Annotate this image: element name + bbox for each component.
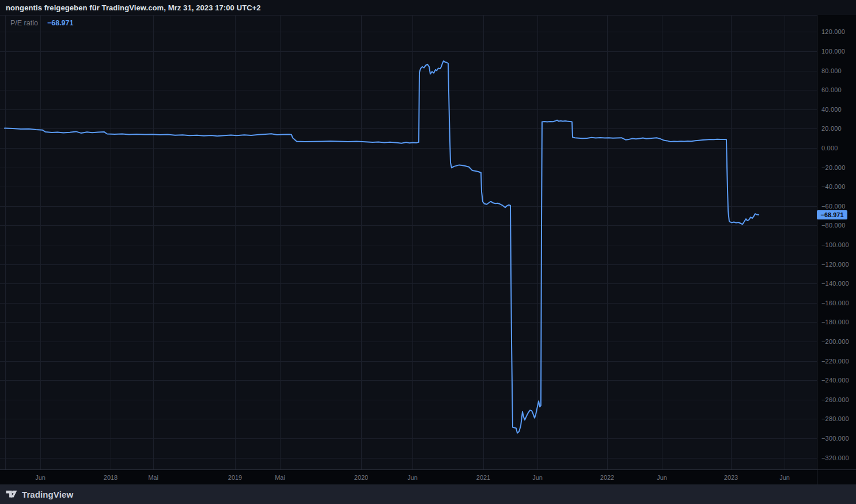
- price-axis-label: −280.000: [821, 415, 849, 423]
- axis-corner-separator: [817, 470, 817, 485]
- price-axis-label: 0.000: [821, 144, 838, 152]
- price-axis-label: −100.000: [821, 241, 849, 249]
- time-axis-label: 2023: [724, 470, 738, 485]
- time-axis-label: Jun: [657, 470, 667, 485]
- time-axis-label: Jun: [779, 470, 790, 485]
- time-axis-label: 2018: [104, 470, 118, 485]
- price-axis-label: 100.000: [821, 47, 845, 55]
- price-axis-label: −320.000: [821, 454, 849, 462]
- price-axis-label: −40.000: [821, 183, 845, 191]
- price-axis-label: −180.000: [821, 318, 849, 326]
- price-axis-label: −140.000: [821, 279, 849, 287]
- brand-label: TradingView: [22, 490, 73, 499]
- price-axis-label: −60.000: [821, 202, 845, 210]
- time-axis-label: Jun: [407, 470, 418, 485]
- price-axis-label: −240.000: [821, 376, 849, 384]
- price-axis[interactable]: −68.971 120.000100.00080.00060.00040.000…: [817, 15, 856, 469]
- pe-ratio-line: [5, 61, 759, 433]
- time-axis-label: 2019: [228, 470, 242, 485]
- series-title: P/E ratio: [10, 19, 38, 27]
- price-axis-label: 60.000: [821, 86, 842, 94]
- time-axis[interactable]: Jun2018Mai2019Mai2020Jun2021Jun2022Jun20…: [0, 469, 856, 484]
- chart-canvas[interactable]: [0, 0, 856, 504]
- price-axis-label: −160.000: [821, 299, 849, 307]
- time-axis-label: Mai: [148, 470, 158, 485]
- price-axis-label: −80.000: [821, 221, 845, 229]
- series-last-value: −68.971: [47, 19, 74, 27]
- price-axis-label: −200.000: [821, 338, 849, 346]
- price-axis-label: 120.000: [821, 28, 845, 36]
- time-axis-label: 2021: [476, 470, 490, 485]
- price-axis-label: −220.000: [821, 357, 849, 365]
- time-axis-label: Mai: [275, 470, 285, 485]
- price-axis-label: 20.000: [821, 124, 842, 132]
- tradingview-chart-window: nongentis freigegeben für TradingView.co…: [0, 0, 856, 504]
- price-axis-label: −20.000: [821, 164, 845, 172]
- price-axis-label: −120.000: [821, 260, 849, 268]
- time-axis-label: Jun: [532, 470, 543, 485]
- time-axis-label: Jun: [35, 470, 46, 485]
- last-price-label: −68.971: [817, 210, 847, 219]
- series-legend[interactable]: P/E ratio −68.971: [10, 19, 73, 27]
- time-axis-label: 2022: [600, 470, 614, 485]
- price-axis-label: −300.000: [821, 434, 849, 442]
- price-axis-label: 80.000: [821, 67, 842, 75]
- price-axis-label: 40.000: [821, 105, 842, 113]
- tradingview-brand-link[interactable]: TradingView: [0, 488, 73, 500]
- time-axis-label: 2020: [354, 470, 368, 485]
- price-axis-label: −260.000: [821, 396, 849, 404]
- tradingview-logo-icon: [5, 488, 18, 500]
- bottom-toolbar: TradingView: [0, 484, 856, 504]
